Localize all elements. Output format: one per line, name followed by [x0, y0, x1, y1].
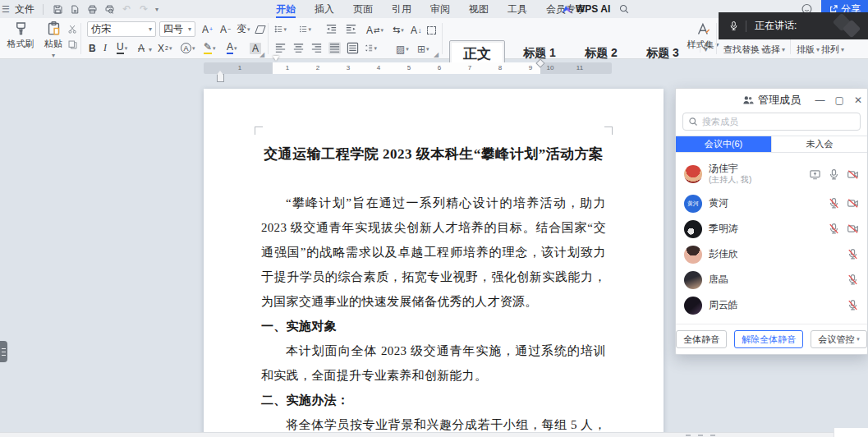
- avatar: 黄河: [684, 195, 702, 213]
- panel-footer: 全体静音 解除全体静音 会议管控▾: [676, 324, 867, 354]
- panel-tabs: 会议中(6) 未入会: [676, 136, 867, 153]
- search-icon[interactable]: [618, 2, 630, 15]
- print-preview-icon[interactable]: [103, 3, 116, 16]
- paragraph-dialog-launcher[interactable]: ◢: [434, 51, 439, 58]
- tab-review[interactable]: 审阅: [429, 0, 452, 18]
- align-left-icon[interactable]: [274, 42, 287, 54]
- tab-reference[interactable]: 引用: [390, 0, 413, 18]
- underline-icon[interactable]: U▾: [117, 41, 127, 55]
- unmute-all-button[interactable]: 解除全体静音: [734, 330, 803, 348]
- paragraph-marks-icon[interactable]: [427, 23, 436, 37]
- screen-share-icon[interactable]: [809, 168, 821, 181]
- sidebar-collapse-handle[interactable]: [0, 341, 7, 362]
- bold-icon[interactable]: B: [89, 41, 96, 55]
- decrease-indent-icon[interactable]: [325, 23, 338, 35]
- mic-off-icon[interactable]: [828, 223, 840, 235]
- shading-icon[interactable]: ▨▾: [396, 42, 409, 56]
- align-justify-icon[interactable]: [328, 42, 341, 54]
- mute-all-button[interactable]: 全体静音: [676, 330, 727, 348]
- camera-off-icon[interactable]: [847, 223, 859, 235]
- format-painter-button[interactable]: 格式刷: [5, 21, 36, 50]
- font-name-select[interactable]: 仿宋▾: [87, 21, 156, 37]
- increase-indent-icon[interactable]: [345, 23, 357, 35]
- paste-button[interactable]: 粘贴▾: [38, 21, 69, 59]
- status-bar-icons: [686, 435, 715, 436]
- status-bar: [0, 432, 868, 437]
- font-size-select[interactable]: 四号▾: [159, 21, 195, 37]
- clear-format-icon[interactable]: [256, 22, 264, 36]
- line-spacing-icon[interactable]: ▾: [365, 42, 377, 54]
- first-line-indent-marker[interactable]: [273, 56, 279, 61]
- font-dialog-launcher[interactable]: ◢: [259, 51, 264, 58]
- superscript-icon[interactable]: X2▾: [158, 41, 172, 55]
- members-icon: [742, 94, 754, 106]
- highlight-color-icon[interactable]: ✎▾: [204, 41, 216, 55]
- shrink-font-icon[interactable]: A−: [220, 22, 231, 36]
- font-color-icon[interactable]: A▾: [227, 41, 237, 55]
- meeting-control-button[interactable]: 会议管控▾: [811, 330, 867, 348]
- copy-icon[interactable]: [66, 39, 79, 50]
- undo-icon[interactable]: ↶: [121, 3, 133, 16]
- quickbar-more-icon[interactable]: ▾: [155, 6, 158, 13]
- tab-not-joined[interactable]: 未入会: [772, 136, 867, 152]
- mic-on-icon[interactable]: [828, 168, 840, 181]
- camera-off-icon[interactable]: [847, 168, 859, 181]
- member-row[interactable]: 周云皓: [684, 292, 859, 318]
- bullet-list-icon[interactable]: ▾: [274, 23, 287, 35]
- document-paragraph: 本计划面向全体 2023 级交通青年实施，通过系统的培训和实践，全面提升专业素养…: [261, 338, 606, 388]
- file-menu[interactable]: 文件: [15, 2, 34, 16]
- tab-wps-ai[interactable]: WPS AI: [561, 0, 610, 18]
- align-center-icon[interactable]: [292, 42, 305, 54]
- member-row[interactable]: 汤佳宇 (主持人, 我): [684, 158, 859, 191]
- camera-off-icon[interactable]: [847, 197, 859, 209]
- typeset-button[interactable]: 排版▾: [797, 44, 820, 56]
- select-button[interactable]: 选择▾: [762, 44, 785, 56]
- export-icon[interactable]: [69, 3, 81, 16]
- text-direction-icon[interactable]: A⇄▾: [366, 23, 383, 37]
- sort-icon[interactable]: A↓: [411, 23, 422, 37]
- save-icon[interactable]: [52, 3, 64, 16]
- member-row[interactable]: 季明涛: [684, 216, 859, 242]
- mic-off-icon[interactable]: [847, 299, 859, 311]
- tab-in-meeting[interactable]: 会议中(6): [676, 136, 772, 152]
- tab-page[interactable]: 页面: [351, 0, 374, 18]
- member-row[interactable]: 彭佳欣: [684, 242, 859, 267]
- arrange-button[interactable]: 排列▾: [821, 44, 844, 56]
- align-right-icon[interactable]: [310, 42, 323, 54]
- tab-tools[interactable]: 工具: [506, 0, 529, 18]
- horizontal-ruler[interactable]: 1 1 2 3 4 5 6 7 8 9 10 11: [204, 62, 612, 74]
- border-icon[interactable]: ⊞▾: [417, 42, 429, 56]
- maximize-icon[interactable]: ▢: [835, 94, 844, 106]
- member-search-input[interactable]: [702, 117, 855, 126]
- cut-icon[interactable]: [66, 23, 79, 34]
- scrollbar-corner[interactable]: [834, 428, 868, 437]
- document-page[interactable]: 交通运输工程学院 2023 级本科生“攀峰计划”活动方案 “攀峰计划”旨在通过一…: [204, 89, 664, 437]
- tab-home[interactable]: 开始: [274, 0, 297, 18]
- phonetic-guide-icon[interactable]: 变▾: [237, 22, 250, 36]
- numbered-list-icon[interactable]: ▾: [299, 23, 311, 35]
- member-name: 彭佳欣: [709, 249, 840, 260]
- mic-off-icon[interactable]: [847, 274, 859, 286]
- member-row[interactable]: 黄河 黄河: [684, 191, 859, 216]
- member-row[interactable]: 唐晶: [684, 267, 859, 292]
- align-distribute-icon[interactable]: [347, 42, 359, 54]
- grow-font-icon[interactable]: A+: [202, 22, 213, 36]
- redo-icon[interactable]: ↷: [138, 3, 150, 16]
- mic-off-icon[interactable]: [828, 197, 840, 209]
- tab-view[interactable]: 视图: [467, 0, 490, 18]
- left-indent-marker[interactable]: [217, 74, 224, 82]
- more-text-effects-icon[interactable]: A▾: [181, 41, 195, 55]
- print-icon[interactable]: [86, 3, 99, 16]
- tab-insert[interactable]: 插入: [313, 0, 336, 18]
- divider: [43, 4, 44, 15]
- strikethrough-icon[interactable]: A: [138, 41, 145, 55]
- mic-off-icon[interactable]: [847, 248, 859, 260]
- style-heading-3[interactable]: 标题 3: [634, 40, 691, 67]
- member-search-box[interactable]: [682, 113, 861, 131]
- cjk-layout-icon[interactable]: ⇆▾: [393, 23, 404, 37]
- close-icon[interactable]: ✕: [854, 94, 862, 106]
- italic-icon[interactable]: I: [103, 41, 107, 55]
- minimize-icon[interactable]: —: [815, 94, 825, 106]
- app-menu-icon[interactable]: ☰: [2, 4, 10, 15]
- find-replace-button[interactable]: 查找替换▾: [723, 44, 765, 56]
